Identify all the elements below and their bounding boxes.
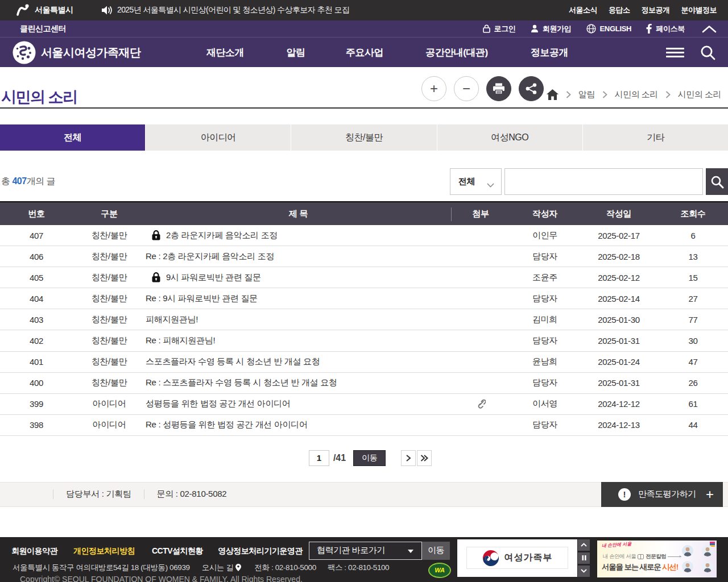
row-author: 담당자	[510, 293, 580, 304]
lock-icon	[152, 272, 160, 282]
row-category: 칭찬/불만	[73, 356, 146, 367]
login-link[interactable]: 로그인	[483, 24, 516, 34]
row-views: 6	[658, 231, 728, 240]
footer-link-2[interactable]: CCTV설치현황	[152, 546, 203, 556]
tab-아이디어[interactable]: 아이디어	[145, 124, 291, 151]
ad-banner[interactable]: 내 손안에 서울 내 손안에 서울 전문칼럼 서울을 보는 새로운 시선!	[597, 541, 717, 577]
breadcrumb-item-0[interactable]: 알림	[578, 89, 595, 100]
wa-badge-label: WA	[435, 567, 445, 573]
row-title-link[interactable]: 스포츠플라자 수영 등록 시 청소년 반 개설 요청	[146, 356, 320, 367]
row-author: 이서영	[510, 398, 580, 409]
home-icon[interactable]	[547, 89, 559, 100]
page-number-input[interactable]	[309, 450, 329, 466]
language-link[interactable]: ENGLISH	[586, 24, 632, 34]
directions-link[interactable]: 오시는 길	[202, 563, 242, 573]
partner-select[interactable]: 협력기관 바로가기	[309, 542, 422, 560]
attachment-link-icon	[476, 399, 486, 409]
partner-go-button[interactable]: 이동	[422, 542, 450, 560]
tab-전체[interactable]: 전체	[0, 124, 145, 151]
nav-item-4[interactable]: 정보공개	[531, 46, 568, 59]
login-label: 로그인	[494, 24, 516, 34]
row-date: 2024-12-13	[580, 420, 658, 430]
banner-next-button[interactable]	[578, 566, 590, 577]
pagination: /41 이동	[6, 450, 728, 466]
footer-fax: 팩스 : 02-810-5100	[328, 563, 389, 573]
search-input[interactable]	[504, 168, 703, 195]
row-author: 담당자	[510, 377, 580, 388]
nav-item-1[interactable]: 알림	[287, 46, 305, 59]
row-views: 15	[658, 273, 728, 282]
row-title-link[interactable]: Re : 피해지원관님!	[146, 335, 215, 346]
footer-links: 회원이용약관개인정보처리방침CCTV설치현황영상정보처리기기운영관	[11, 546, 303, 556]
row-title-cell: Re : 피해지원관님!	[146, 335, 451, 346]
last-page-button[interactable]	[417, 450, 432, 466]
column-header-4: 작성자	[510, 209, 580, 219]
ad-banner-line1: 내 손안에 서울 전문칼럼	[603, 553, 681, 560]
banner-pause-button[interactable]	[578, 552, 590, 564]
title-tools: + −	[421, 76, 544, 101]
info-bar: 담당부서 : 기획팀 문의 : 02-810-5082 ! 만족도평가하기 +	[0, 482, 728, 507]
share-button[interactable]	[519, 76, 544, 101]
ad-line1-text: 내 손안에 서울	[603, 553, 636, 560]
breadcrumb-item-1[interactable]: 시민의 소리	[615, 89, 658, 100]
search-button[interactable]	[706, 168, 728, 195]
ad-face-0	[682, 545, 693, 556]
nav-item-0[interactable]: 재단소개	[206, 46, 244, 59]
seoul-logo-link[interactable]: 서울특별시	[14, 3, 73, 17]
zoom-out-button[interactable]: −	[454, 76, 479, 101]
topbar-link-0[interactable]: 서울소식	[569, 5, 597, 15]
row-title-link[interactable]: 9시 파워로빅반 관련 질문	[146, 272, 261, 283]
print-button[interactable]	[486, 76, 511, 101]
row-title-link[interactable]: 성평등을 위한 법정 공간 개선 아이디어	[146, 398, 291, 409]
arrow-icon	[668, 556, 681, 557]
language-label: ENGLISH	[600, 24, 632, 33]
search-icon	[710, 175, 724, 189]
footer-link-3[interactable]: 영상정보처리기기운영관	[218, 546, 303, 556]
partner-select-value: 협력기관 바로가기	[317, 545, 385, 556]
ad-face-3	[702, 561, 713, 572]
join-link[interactable]: 회원가입	[531, 24, 572, 34]
banner-prev-button[interactable]	[578, 539, 590, 551]
row-title-link[interactable]: 피해지원관님!	[146, 314, 198, 325]
page-go-button[interactable]: 이동	[353, 450, 386, 466]
topbar-link-2[interactable]: 정보공개	[642, 5, 670, 15]
footer-link-0[interactable]: 회원이용약관	[11, 546, 57, 556]
row-attachment	[451, 399, 510, 409]
partner-banner[interactable]: 여성가족부	[457, 539, 577, 577]
row-title-link[interactable]: Re : 성평등을 위한 법정 공간 개선 아이디어	[146, 419, 308, 430]
tab-여성NGO[interactable]: 여성NGO	[437, 124, 582, 151]
row-category: 아이디어	[73, 398, 146, 409]
collapse-chevron-icon[interactable]	[702, 25, 717, 33]
facebook-link[interactable]: 페이스북	[646, 24, 685, 34]
footer-link-1[interactable]: 개인정보처리방침	[73, 546, 135, 556]
nav-item-2[interactable]: 주요사업	[346, 46, 383, 59]
ad-face-2	[682, 561, 693, 572]
row-title-link[interactable]: Re : 스포츠플라자 수영 등록 시 청소년 반 개설 요청	[146, 377, 337, 388]
topbar-notice[interactable]: 2025년 서울특별시 시민상(어린이 및 청소년상) 수상후보자 추천 모집	[101, 0, 349, 20]
tab-칭찬/불만[interactable]: 칭찬/불만	[291, 124, 436, 151]
wa-accessibility-badge: WA	[428, 563, 451, 578]
table-header: 번호구분제 목첨부작성자작성일조회수	[0, 201, 728, 225]
tab-기타[interactable]: 기타	[582, 124, 728, 151]
row-author: 담당자	[510, 419, 580, 430]
footer-address-row: 서울특별시 동작구 여의대방로54길 18 (대방동) 06939 오시는 길 …	[13, 563, 389, 573]
breadcrumb-item-2[interactable]: 시민의 소리	[678, 89, 721, 100]
next-page-button[interactable]	[401, 450, 416, 466]
nav-menu: 재단소개알림주요사업공간안내(대관)정보공개	[0, 38, 728, 67]
zoom-in-button[interactable]: +	[421, 76, 446, 101]
row-title-link[interactable]: Re : 9시 파워로빅반 관련 질문	[146, 293, 258, 304]
search-category-select[interactable]: 전체	[450, 168, 502, 195]
topbar-link-1[interactable]: 응답소	[609, 5, 630, 15]
nav-item-3[interactable]: 공간안내(대관)	[425, 46, 487, 59]
topbar-link-3[interactable]: 분야별정보	[681, 5, 717, 15]
clean-report-link[interactable]: 클린신고센터	[20, 24, 66, 34]
row-title-link[interactable]: Re : 2층 라운지카페 음악소리 조정	[146, 251, 274, 262]
row-category: 칭찬/불만	[73, 251, 146, 262]
share-icon	[526, 83, 537, 94]
satisfaction-button[interactable]: ! 만족도평가하기 +	[601, 482, 723, 507]
ad-banner-logo: 내 손안에 서울	[602, 542, 632, 548]
seoul-logo-icon	[14, 3, 31, 17]
breadcrumb: 알림시민의 소리시민의 소리	[547, 89, 721, 100]
row-title-link[interactable]: 2층 라운지카페 음악소리 조정	[146, 230, 278, 241]
table-row: 405칭찬/불만9시 파워로빅반 관련 질문조윤주2025-02-1215	[0, 267, 728, 288]
